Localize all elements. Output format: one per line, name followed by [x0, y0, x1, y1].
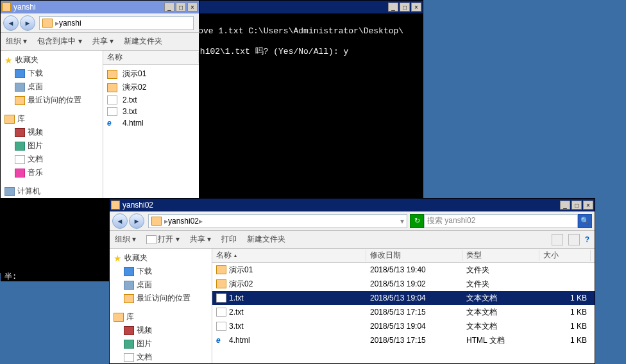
sidebar-music[interactable]: 音乐 — [1, 166, 103, 179]
file-type: 文本文档 — [462, 321, 539, 332]
file-row[interactable]: 4.html2018/5/13 17:15HTML 文档1 KB — [212, 333, 595, 347]
column-type[interactable]: 类型 — [462, 250, 539, 261]
folder-icon — [42, 19, 53, 28]
column-name[interactable]: 名称 ▴ — [212, 250, 366, 261]
sidebar-favorites[interactable]: ★收藏夹 — [1, 53, 103, 67]
search-button[interactable]: 🔍 — [578, 214, 592, 228]
column-date[interactable]: 修改日期 — [366, 250, 462, 261]
file-row[interactable]: 2.txt2018/5/13 17:15文本文档1 KB — [212, 305, 595, 319]
file-type: 文本文档 — [462, 307, 539, 318]
file-row[interactable]: 演示012018/5/13 19:40文件夹 — [212, 263, 595, 277]
sidebar-desktop[interactable]: 桌面 — [110, 278, 212, 292]
share-button[interactable]: 共享 ▾ — [190, 234, 211, 245]
file-type: 文件夹 — [462, 265, 539, 276]
file-size: 1 KB — [539, 322, 591, 331]
file-row[interactable]: 1.txt2018/5/13 19:04文本文档1 KB — [212, 291, 595, 305]
window-title: yanshi02 — [123, 201, 560, 210]
star-icon: ★ — [4, 55, 13, 65]
explorer-yanshi-titlebar[interactable]: yanshi _ □ × — [1, 1, 199, 13]
fold-icon — [107, 70, 117, 79]
preview-button[interactable] — [568, 234, 580, 245]
maximize-button[interactable]: □ — [571, 201, 582, 210]
forward-button[interactable]: ► — [129, 213, 144, 229]
open-button[interactable]: 打开 ▾ — [146, 234, 179, 245]
sidebar-pictures[interactable]: 图片 — [110, 337, 212, 351]
sidebar-libraries[interactable]: 库 — [1, 112, 103, 126]
share-button[interactable]: 共享 ▾ — [92, 36, 114, 47]
file-item[interactable]: 3.txt — [107, 106, 195, 117]
recent-icon — [15, 96, 25, 105]
file-item[interactable]: 2.txt — [107, 94, 195, 106]
close-button[interactable]: × — [411, 3, 421, 12]
sidebar-computer[interactable]: 计算机 — [1, 185, 103, 198]
close-button[interactable]: × — [583, 201, 593, 210]
sidebar-recent[interactable]: 最近访问的位置 — [110, 292, 212, 305]
sidebar-recent[interactable]: 最近访问的位置 — [1, 94, 103, 107]
column-name[interactable]: 名称 — [103, 52, 199, 63]
txt-icon — [107, 107, 117, 116]
forward-button[interactable]: ► — [20, 15, 35, 31]
maximize-button[interactable]: □ — [400, 3, 410, 12]
video-icon — [15, 128, 25, 137]
sidebar-videos[interactable]: 视频 — [110, 324, 212, 337]
explorer-yanshi-window: yanshi _ □ × ◄ ► ▸ yanshi 组织 ▾ 包含到库中 ▾ 共… — [0, 0, 199, 199]
sidebar: ★收藏夹 下载 桌面 最近访问的位置 库 视频 图片 文档 — [110, 249, 212, 363]
sidebar-libraries[interactable]: 库 — [110, 310, 212, 324]
new-folder-button[interactable]: 新建文件夹 — [247, 234, 285, 245]
sidebar-favorites[interactable]: ★收藏夹 — [110, 251, 212, 265]
minimize-button[interactable]: _ — [560, 201, 570, 210]
minimize-button[interactable]: _ — [388, 3, 398, 12]
address-bar[interactable]: ▸ yanshi02 ▸ ▾ — [148, 214, 407, 228]
file-pane[interactable]: 名称 演示01演示022.txt3.txt4.html — [103, 51, 199, 198]
window-title: yanshi — [13, 3, 164, 12]
html-icon — [107, 119, 117, 128]
back-button[interactable]: ◄ — [3, 15, 19, 31]
back-button[interactable]: ◄ — [112, 213, 128, 229]
sidebar-videos[interactable]: 视频 — [1, 126, 103, 139]
address-row: ◄ ► ▸ yanshi02 ▸ ▾ ↻ 搜索 yanshi02 🔍 — [110, 211, 595, 231]
explorer-yanshi02-titlebar[interactable]: yanshi02 _ □ × — [110, 199, 595, 211]
fold-icon — [216, 265, 226, 274]
video-icon — [124, 326, 134, 335]
sidebar-desktop[interactable]: 桌面 — [1, 80, 103, 94]
file-size: 1 KB — [539, 294, 591, 302]
close-button[interactable]: × — [187, 3, 198, 12]
fold-icon — [216, 279, 226, 288]
library-icon — [4, 115, 15, 124]
sidebar-documents[interactable]: 文档 — [1, 153, 103, 166]
music-icon — [15, 169, 25, 178]
file-item[interactable]: 演示02 — [107, 81, 195, 94]
help-button[interactable]: ? — [585, 235, 589, 244]
search-box[interactable]: 搜索 yanshi02 — [424, 214, 578, 228]
sidebar-downloads[interactable]: 下载 — [1, 67, 103, 80]
breadcrumb[interactable]: yanshi — [59, 19, 81, 28]
maximize-button[interactable]: □ — [176, 3, 186, 12]
sidebar-pictures[interactable]: 图片 — [1, 139, 103, 153]
file-name: 2.txt — [123, 95, 137, 104]
file-type: 文件夹 — [462, 279, 539, 290]
sidebar-documents[interactable]: 文档 — [110, 351, 212, 363]
file-name: 演示01 — [229, 265, 253, 274]
view-button[interactable] — [552, 234, 563, 245]
file-name: 2.txt — [229, 308, 244, 317]
organize-button[interactable]: 组织 ▾ — [115, 234, 136, 245]
picture-icon — [15, 142, 25, 151]
print-button[interactable]: 打印 — [221, 234, 237, 245]
minimize-button[interactable]: _ — [164, 3, 174, 12]
file-row[interactable]: 演示022018/5/13 19:02文件夹 — [212, 277, 595, 291]
file-item[interactable]: 演示01 — [107, 67, 195, 81]
address-bar[interactable]: ▸ yanshi — [39, 16, 194, 30]
include-button[interactable]: 包含到库中 ▾ — [37, 36, 81, 47]
file-item[interactable]: 4.html — [107, 117, 195, 129]
txt-icon — [216, 308, 226, 317]
refresh-button[interactable]: ↻ — [410, 214, 424, 228]
recent-icon — [124, 294, 134, 303]
file-pane[interactable]: 名称 ▴ 修改日期 类型 大小 演示012018/5/13 19:40文件夹演示… — [212, 249, 595, 363]
new-folder-button[interactable]: 新建文件夹 — [124, 36, 162, 47]
breadcrumb[interactable]: yanshi02 — [168, 217, 199, 226]
sidebar-downloads[interactable]: 下载 — [110, 265, 212, 278]
column-size[interactable]: 大小 — [539, 250, 591, 261]
organize-button[interactable]: 组织 ▾ — [6, 36, 27, 47]
file-row[interactable]: 3.txt2018/5/13 19:04文本文档1 KB — [212, 319, 595, 333]
file-date: 2018/5/13 19:04 — [366, 294, 462, 302]
